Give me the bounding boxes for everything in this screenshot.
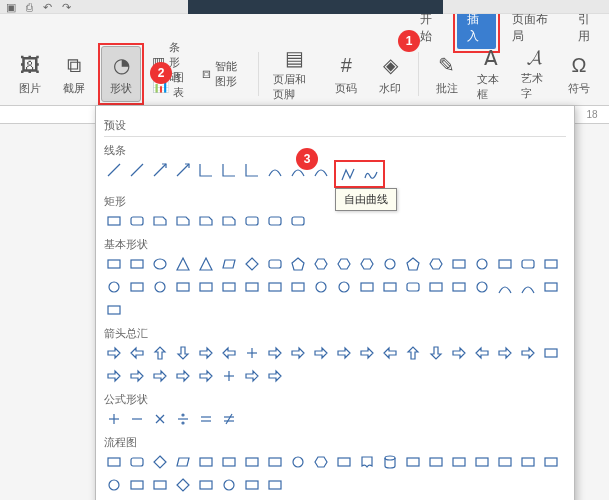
shape-basic-24[interactable] — [196, 277, 216, 297]
shape-basic-25[interactable] — [219, 277, 239, 297]
shape-arrow-11[interactable] — [357, 343, 377, 363]
shape-basic-9[interactable] — [311, 254, 331, 274]
shape-basic-38[interactable] — [518, 277, 538, 297]
shape-basic-37[interactable] — [495, 277, 515, 297]
shape-flow-15[interactable] — [449, 452, 469, 472]
shape-rect-4[interactable] — [196, 211, 216, 231]
shape-basic-8[interactable] — [288, 254, 308, 274]
shape-flow-17[interactable] — [495, 452, 515, 472]
shape-flow-20[interactable] — [104, 475, 124, 495]
shape-eq-0[interactable] — [104, 409, 124, 429]
shape-flow-13[interactable] — [403, 452, 423, 472]
shape-eq-5[interactable] — [219, 409, 239, 429]
qat-undo-icon[interactable]: ↶ — [43, 1, 52, 14]
shape-basic-3[interactable] — [173, 254, 193, 274]
shape-line-1[interactable] — [127, 160, 147, 180]
shape-basic-34[interactable] — [426, 277, 446, 297]
shapes-button[interactable]: ◔ 形状 — [101, 46, 141, 102]
shape-basic-18[interactable] — [518, 254, 538, 274]
shape-flow-8[interactable] — [288, 452, 308, 472]
shape-line-3[interactable] — [173, 160, 193, 180]
picture-button[interactable]: 🖼 图片 — [10, 46, 50, 102]
shape-flow-11[interactable] — [357, 452, 377, 472]
page-number-button[interactable]: # 页码 — [326, 46, 366, 102]
shape-line-2[interactable] — [150, 160, 170, 180]
shape-flow-6[interactable] — [242, 452, 262, 472]
shape-flow-2[interactable] — [150, 452, 170, 472]
shape-basic-19[interactable] — [541, 254, 561, 274]
shape-flow-16[interactable] — [472, 452, 492, 472]
shape-arrow-20[interactable] — [104, 366, 124, 386]
shape-basic-13[interactable] — [403, 254, 423, 274]
shape-basic-26[interactable] — [242, 277, 262, 297]
shape-arrow-26[interactable] — [242, 366, 262, 386]
shape-basic-35[interactable] — [449, 277, 469, 297]
qat-save-icon[interactable]: ▣ — [6, 1, 16, 14]
shape-rect-0[interactable] — [104, 211, 124, 231]
shape-arrow-7[interactable] — [265, 343, 285, 363]
qat-redo-icon[interactable]: ↷ — [62, 1, 71, 14]
shape-rect-3[interactable] — [173, 211, 193, 231]
shape-flow-18[interactable] — [518, 452, 538, 472]
shape-basic-33[interactable] — [403, 277, 423, 297]
shape-basic-5[interactable] — [219, 254, 239, 274]
comment-button[interactable]: ✎ 批注 — [427, 46, 467, 102]
shape-arrow-9[interactable] — [311, 343, 331, 363]
shape-basic-4[interactable] — [196, 254, 216, 274]
header-footer-button[interactable]: ▤ 页眉和页脚 — [267, 46, 322, 102]
shape-arrow-6[interactable] — [242, 343, 262, 363]
shape-basic-22[interactable] — [150, 277, 170, 297]
shape-flow-21[interactable] — [127, 475, 147, 495]
shape-flow-3[interactable] — [173, 452, 193, 472]
shape-basic-15[interactable] — [449, 254, 469, 274]
shape-basic-12[interactable] — [380, 254, 400, 274]
shape-basic-36[interactable] — [472, 277, 492, 297]
shape-basic-10[interactable] — [334, 254, 354, 274]
shape-arrow-22[interactable] — [150, 366, 170, 386]
shape-flow-0[interactable] — [104, 452, 124, 472]
shape-basic-0[interactable] — [104, 254, 124, 274]
shape-arrow-14[interactable] — [426, 343, 446, 363]
shape-arrow-5[interactable] — [219, 343, 239, 363]
shape-flow-5[interactable] — [219, 452, 239, 472]
shape-arrow-12[interactable] — [380, 343, 400, 363]
shape-flow-27[interactable] — [265, 475, 285, 495]
shape-eq-4[interactable] — [196, 409, 216, 429]
shape-basic-11[interactable] — [357, 254, 377, 274]
shape-basic-6[interactable] — [242, 254, 262, 274]
symbol-button[interactable]: Ω 符号 — [559, 46, 599, 102]
textbox-button[interactable]: 𝖠 文本框 — [471, 46, 511, 102]
smartart-button[interactable]: ⧈智能图形 — [198, 63, 251, 85]
shape-eq-3[interactable] — [173, 409, 193, 429]
shape-flow-14[interactable] — [426, 452, 446, 472]
shape-basic-32[interactable] — [380, 277, 400, 297]
shape-basic-16[interactable] — [472, 254, 492, 274]
shape-arrow-23[interactable] — [173, 366, 193, 386]
shape-eq-1[interactable] — [127, 409, 147, 429]
shape-arrow-17[interactable] — [495, 343, 515, 363]
shape-basic-1[interactable] — [127, 254, 147, 274]
shape-basic-17[interactable] — [495, 254, 515, 274]
shape-line-0[interactable] — [104, 160, 124, 180]
shape-arrow-3[interactable] — [173, 343, 193, 363]
shape-flow-22[interactable] — [150, 475, 170, 495]
shape-basic-28[interactable] — [288, 277, 308, 297]
shape-rect-6[interactable] — [242, 211, 262, 231]
shape-flow-19[interactable] — [541, 452, 561, 472]
shape-arrow-18[interactable] — [518, 343, 538, 363]
shape-flow-24[interactable] — [196, 475, 216, 495]
shape-scribble[interactable] — [361, 164, 381, 184]
shape-basic-30[interactable] — [334, 277, 354, 297]
shape-basic-21[interactable] — [127, 277, 147, 297]
shape-flow-25[interactable] — [219, 475, 239, 495]
shape-arrow-21[interactable] — [127, 366, 147, 386]
shape-basic-14[interactable] — [426, 254, 446, 274]
shape-flow-1[interactable] — [127, 452, 147, 472]
shape-rect-8[interactable] — [288, 211, 308, 231]
shape-rect-2[interactable] — [150, 211, 170, 231]
shape-basic-40[interactable] — [104, 300, 124, 320]
shape-basic-23[interactable] — [173, 277, 193, 297]
shape-basic-2[interactable] — [150, 254, 170, 274]
shape-rect-7[interactable] — [265, 211, 285, 231]
shape-arrow-15[interactable] — [449, 343, 469, 363]
